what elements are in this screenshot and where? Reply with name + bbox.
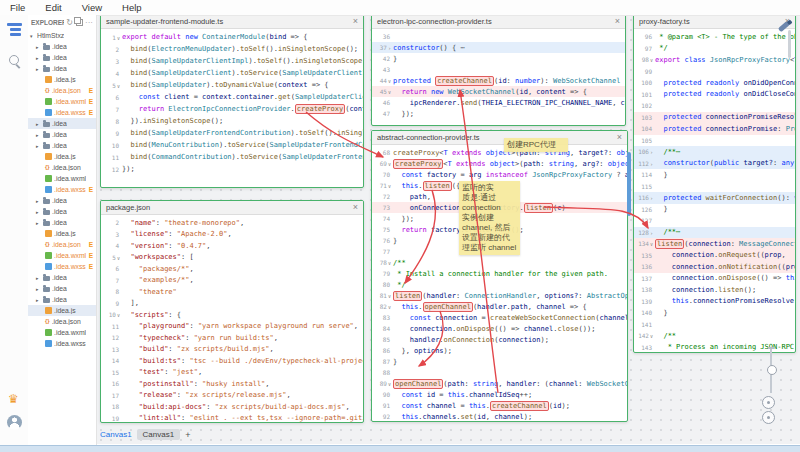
tree-item-idea.json[interactable]: {}.idea.json: [28, 162, 96, 173]
tree-item-idea[interactable]: ▸.idea: [28, 118, 96, 129]
fold-icon[interactable]: ›: [650, 161, 653, 167]
fold-icon[interactable]: ›: [650, 230, 653, 236]
sticky-note-2[interactable]: 监听的实质是:通过connection实例创建channel, 然后设置新建的代…: [459, 181, 520, 255]
fit-view-button[interactable]: [762, 396, 775, 409]
explorer-tree-icon[interactable]: [7, 23, 22, 36]
add-canvas-button[interactable]: +: [185, 430, 190, 440]
fold-icon[interactable]: ∨: [650, 333, 653, 339]
tree-item-idea.wxml[interactable]: .idea.wxmlE: [28, 250, 96, 261]
tree-item-idea[interactable]: ▸.idea: [28, 195, 96, 206]
fold-icon[interactable]: ∨: [650, 241, 653, 247]
tree-item-idea.json[interactable]: {}.idea.jsonE: [28, 239, 96, 250]
panel-header[interactable]: abstract-connection-provider.ts×: [372, 131, 627, 145]
highlighted-token[interactable]: createProxy: [393, 159, 443, 169]
menu-item-edit[interactable]: Edit: [35, 2, 71, 13]
fold-icon[interactable]: ›: [388, 45, 391, 51]
fold-icon[interactable]: ∨: [117, 312, 120, 318]
tree-item-idea.wxml[interactable]: .idea.wxml: [28, 327, 96, 338]
collapse-folders-icon[interactable]: [76, 19, 83, 26]
tree-item-idea[interactable]: ▸.idea: [28, 272, 96, 283]
proxy-panel-scrollbar-thumb[interactable]: [788, 30, 791, 58]
code-panel-package[interactable]: package.json×2 "name": "theatre-monorepo…: [100, 200, 364, 423]
fold-icon[interactable]: ∨: [117, 255, 120, 261]
line-number: 92: [372, 413, 393, 420]
tree-item-idea.js[interactable]: .idea.js: [28, 228, 96, 239]
tree-item-idea.wxss[interactable]: .idea.wxssE: [28, 107, 96, 118]
user-avatar[interactable]: [7, 415, 22, 430]
panel-header[interactable]: electron-ipc-connection-provider.ts×: [372, 15, 625, 29]
tree-item-idea[interactable]: ▸.idea: [28, 63, 96, 74]
highlighted-token[interactable]: openChannel: [423, 302, 473, 312]
highlighted-token[interactable]: listen: [655, 239, 684, 249]
close-icon[interactable]: ×: [615, 17, 620, 26]
fold-icon[interactable]: ∨: [388, 89, 391, 95]
tree-item-idea.wxml[interactable]: .idea.wxml: [28, 173, 96, 184]
code-text: bind(SampleUpdater).toDynamicValue(conte…: [122, 81, 329, 89]
tree-item-idea.json[interactable]: {}.idea.json: [28, 316, 96, 327]
highlighted-token[interactable]: listen: [423, 181, 452, 191]
tree-item-idea[interactable]: ▸.idea: [28, 52, 96, 63]
line-number: 137: [634, 275, 655, 282]
highlighted-token[interactable]: openChannel: [393, 379, 443, 389]
js-file-icon: [45, 76, 52, 83]
tree-item-idea[interactable]: ▸.idea: [28, 140, 96, 151]
tab-canvas1-2[interactable]: Canvas1: [137, 429, 181, 440]
tree-item-idea[interactable]: ▸.idea: [28, 217, 96, 228]
tree-item-root[interactable]: ▾HtlmStxz: [28, 30, 96, 41]
fold-icon[interactable]: ›: [650, 195, 653, 201]
panel-header[interactable]: sample-updater-frontend-module.ts×: [101, 15, 363, 29]
center-view-button[interactable]: [762, 411, 775, 424]
fold-icon[interactable]: ∨: [117, 35, 120, 41]
tree-item-idea[interactable]: ▸.idea: [28, 294, 96, 305]
code-panel-electron[interactable]: electron-ipc-connection-provider.ts×36 3…: [371, 14, 626, 126]
panel-header[interactable]: package.json×: [101, 201, 363, 215]
fold-icon[interactable]: ∨: [388, 183, 391, 189]
tree-item-idea.wxml[interactable]: .idea.wxmlE: [28, 96, 96, 107]
tab-canvas1[interactable]: Canvas1: [100, 430, 132, 439]
tree-item-label: .idea: [52, 43, 67, 50]
close-icon[interactable]: ×: [353, 17, 358, 26]
code-panel-proxy[interactable]: proxy-factory.ts×96 * @param <T> - The t…: [633, 14, 796, 353]
fold-icon[interactable]: ∨: [388, 260, 391, 266]
close-icon[interactable]: ×: [617, 133, 622, 142]
fold-icon[interactable]: ›: [650, 149, 653, 155]
search-icon[interactable]: [9, 55, 19, 65]
tree-item-idea[interactable]: ▸.idea: [28, 283, 96, 294]
tree-item-idea.js[interactable]: .idea.js: [28, 74, 96, 85]
tree-item-idea.wxss[interactable]: .idea.wxss: [28, 338, 96, 349]
menu-item-view[interactable]: View: [72, 2, 112, 13]
menu-item-file[interactable]: File: [0, 2, 35, 13]
tree-item-idea[interactable]: ▸.idea: [28, 41, 96, 52]
highlighted-token[interactable]: createChannel: [490, 401, 549, 411]
refresh-icon[interactable]: ↻: [66, 19, 73, 27]
highlighted-token[interactable]: listen: [524, 203, 553, 213]
tree-item-idea.wxss[interactable]: .idea.wxssE: [28, 184, 96, 195]
crown-icon[interactable]: ♛: [8, 393, 19, 405]
fold-icon[interactable]: ∨: [388, 161, 391, 167]
code-line: 128› /**⋯: [634, 227, 795, 239]
panel-scrollbar-thumb[interactable]: [627, 152, 631, 216]
tree-item-idea.js[interactable]: .idea.js: [28, 305, 96, 316]
fold-icon[interactable]: ∨: [388, 293, 391, 299]
zoom-slider-handle[interactable]: [767, 365, 777, 375]
fold-icon[interactable]: ∨: [388, 304, 391, 310]
more-actions-icon[interactable]: ···: [85, 19, 93, 27]
fold-icon[interactable]: ∨: [388, 78, 391, 84]
tree-item-idea.js[interactable]: .idea.js: [28, 151, 96, 162]
fold-icon[interactable]: ∨: [650, 57, 653, 63]
code-panel-sample[interactable]: sample-updater-frontend-module.ts×1∨expo…: [100, 14, 364, 188]
tree-item-idea.json[interactable]: {}.idea.jsonE: [28, 85, 96, 96]
close-icon[interactable]: ×: [353, 203, 358, 212]
fold-icon[interactable]: ∨: [388, 381, 391, 387]
highlighted-token[interactable]: listen: [393, 291, 422, 301]
tree-item-idea[interactable]: ▸.idea: [28, 206, 96, 217]
code-panel-abstract[interactable]: abstract-connection-provider.ts×68 creat…: [371, 130, 628, 422]
tree-item-idea[interactable]: ▸.idea: [28, 129, 96, 140]
panel-header[interactable]: proxy-factory.ts×: [634, 15, 795, 29]
menu-item-help[interactable]: Help: [112, 2, 152, 13]
highlighted-token[interactable]: createChannel: [435, 76, 494, 86]
tree-item-idea.wxss[interactable]: .idea.wxssE: [28, 261, 96, 272]
highlighted-token[interactable]: createProxy: [295, 104, 345, 114]
fold-icon[interactable]: ∨: [117, 83, 120, 89]
sticky-note-1[interactable]: 创建RPC代理: [504, 138, 568, 152]
